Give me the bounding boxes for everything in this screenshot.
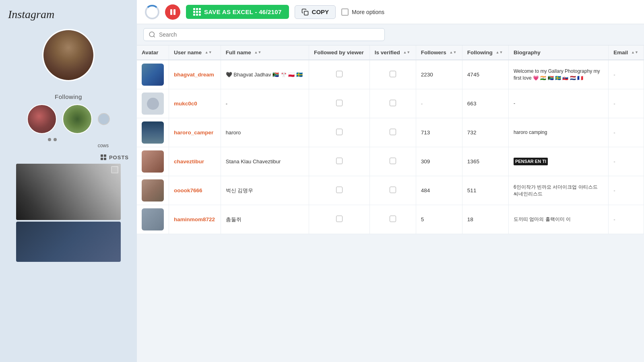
cell-fullname-3: Stana Klau Chaveztibur: [221, 147, 309, 176]
cell-followed-2: [309, 118, 369, 147]
main-content: SAVE AS EXCEL - 46/2107 COPY More option…: [137, 0, 644, 362]
cell-avatar-3: [137, 147, 169, 176]
following-section: Following cows: [4, 93, 133, 148]
following-avatar-3[interactable]: [98, 113, 110, 125]
verified-checkbox-4[interactable]: [390, 187, 396, 193]
following-avatar-2[interactable]: [62, 104, 92, 134]
followed-checkbox-4[interactable]: [336, 187, 343, 193]
svg-rect-1: [104, 154, 106, 157]
post-thumbnail-1[interactable]: [16, 164, 121, 220]
verified-checkbox-1[interactable]: [390, 100, 396, 106]
cell-biography-2: haroro camping: [508, 118, 608, 147]
toolbar: SAVE AS EXCEL - 46/2107 COPY More option…: [137, 0, 644, 24]
col-followed-by-viewer: Followed by viewer: [309, 45, 369, 60]
pause-icon: [170, 9, 175, 15]
username-link-3[interactable]: chaveztibur: [174, 158, 204, 165]
svg-rect-0: [101, 154, 103, 157]
save-excel-button[interactable]: SAVE AS EXCEL - 46/2107: [186, 5, 289, 19]
avatar-img-0: [142, 64, 164, 86]
table-row: chaveztiburStana Klau Chaveztibur3091365…: [137, 147, 644, 176]
cell-username-3: chaveztibur: [169, 147, 221, 176]
search-input[interactable]: [159, 31, 320, 38]
sidebar-logo: Instagram: [8, 8, 54, 21]
post-thumbnail-2[interactable]: [16, 222, 121, 262]
cell-fullname-2: haroro: [221, 118, 309, 147]
username-link-4[interactable]: ooook7666: [174, 187, 202, 193]
dot-1: [48, 138, 51, 141]
cell-avatar-1: [137, 89, 169, 118]
table-row: ooook7666벅신 김명우4845116인이작가 빈까요 서더이크업 아티스…: [137, 176, 644, 205]
verified-checkbox-5[interactable]: [390, 216, 396, 222]
bio-text-2: haroro camping: [514, 129, 602, 136]
col-username[interactable]: User name ▲▼: [169, 45, 221, 60]
profile-avatar[interactable]: [42, 29, 95, 81]
avatar-img-2: [142, 121, 164, 144]
cell-followed-4: [309, 176, 369, 205]
more-options-label[interactable]: More options: [352, 9, 384, 15]
followed-checkbox-5[interactable]: [336, 216, 343, 222]
cell-email-5: -: [609, 205, 644, 234]
col-followers[interactable]: Followers ▲▼: [416, 45, 462, 60]
svg-point-5: [149, 32, 154, 37]
cell-followers-0: 2230: [416, 60, 462, 89]
cell-fullname-5: 촘둘쥐: [221, 205, 309, 234]
cell-following-1: 663: [462, 89, 508, 118]
cell-following-4: 511: [462, 176, 508, 205]
data-table: Avatar User name ▲▼ Full name ▲▼ Followe…: [137, 45, 644, 234]
cell-fullname-0: 🖤 Bhagvat Jadhav 🇿🇦 🎌 🇵🇱 🇸🇪: [221, 60, 309, 89]
cell-email-3: -: [609, 147, 644, 176]
svg-rect-3: [104, 158, 106, 160]
cell-verified-1: [369, 89, 416, 118]
verified-checkbox-3[interactable]: [390, 158, 396, 164]
followed-checkbox-0[interactable]: [336, 71, 343, 77]
followed-checkbox-1[interactable]: [336, 100, 343, 106]
posts-section: POSTS: [4, 154, 133, 262]
posts-label: POSTS: [4, 154, 133, 160]
cell-email-2: -: [609, 118, 644, 147]
sort-followers[interactable]: ▲▼: [450, 51, 457, 55]
cell-verified-5: [369, 205, 416, 234]
col-following[interactable]: Following ▲▼: [462, 45, 508, 60]
sort-username[interactable]: ▲▼: [205, 51, 212, 55]
verified-checkbox-0[interactable]: [390, 71, 396, 77]
copy-button[interactable]: COPY: [295, 5, 336, 19]
following-avatar-1[interactable]: [27, 104, 57, 134]
bio-text-1: -: [514, 100, 602, 107]
sort-following[interactable]: ▲▼: [496, 51, 503, 55]
username-link-0[interactable]: bhagvat_dream: [174, 72, 214, 78]
cell-biography-4: 6인이작가 빈까요 서더이크업 아티스드 씨네인리스드: [508, 176, 608, 205]
username-link-5[interactable]: haminmom8722: [174, 216, 215, 222]
svg-rect-4: [304, 11, 308, 15]
cows-label: cows: [98, 143, 109, 148]
more-options-checkbox[interactable]: [341, 8, 349, 16]
col-email[interactable]: Email ▲▼: [609, 45, 644, 60]
pause-button[interactable]: [165, 4, 180, 20]
cell-followed-0: [309, 60, 369, 89]
cell-followed-3: [309, 147, 369, 176]
col-is-verified[interactable]: Is verified ▲▼: [369, 45, 416, 60]
sort-verified[interactable]: ▲▼: [403, 51, 410, 55]
verified-checkbox-2[interactable]: [390, 129, 396, 135]
cell-username-1: mukc0c0: [169, 89, 221, 118]
cell-username-4: ooook7666: [169, 176, 221, 205]
bio-styled-3: PENSAR EN TI: [514, 158, 548, 165]
table-body: bhagvat_dream🖤 Bhagvat Jadhav 🇿🇦 🎌 🇵🇱 🇸🇪…: [137, 60, 644, 234]
svg-line-6: [153, 36, 155, 37]
table-row: haminmom8722촘둘쥐518도끼띠 엄마의 홀랙이미 이-: [137, 205, 644, 234]
cell-avatar-5: [137, 205, 169, 234]
followed-checkbox-3[interactable]: [336, 158, 343, 164]
cell-email-4: -: [609, 176, 644, 205]
username-link-1[interactable]: mukc0c0: [174, 101, 197, 107]
search-bar: [137, 24, 644, 45]
followed-checkbox-2[interactable]: [336, 129, 343, 135]
avatar-img-5: [142, 208, 164, 230]
username-link-2[interactable]: haroro_camper: [174, 130, 213, 136]
cell-followed-1: [309, 89, 369, 118]
more-options-container: More options: [341, 8, 384, 16]
avatar-placeholder-1: [142, 93, 164, 115]
sort-email[interactable]: ▲▼: [631, 51, 638, 55]
sort-fullname[interactable]: ▲▼: [254, 51, 262, 55]
col-fullname[interactable]: Full name ▲▼: [221, 45, 309, 60]
excel-grid-icon: [193, 8, 201, 16]
cell-followers-4: 484: [416, 176, 462, 205]
